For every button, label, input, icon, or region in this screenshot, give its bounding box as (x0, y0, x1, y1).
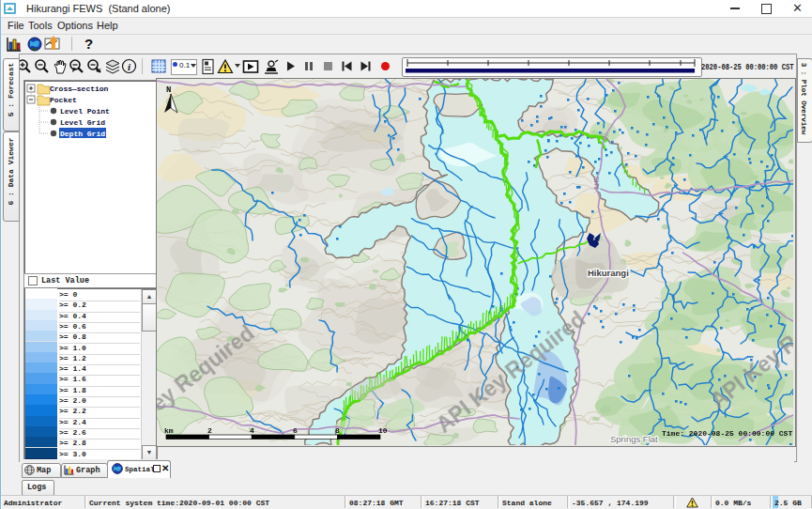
svg-text:Time: 2020-08-25 00:00:00 CST: Time: 2020-08-25 00:00:00 CST (662, 429, 792, 438)
svg-text:SH 1: SH 1 (593, 177, 600, 191)
svg-text:Hikurangi: Hikurangi (588, 268, 629, 278)
svg-text:6: 6 (293, 426, 298, 435)
svg-text:Level Point: Level Point (60, 107, 110, 116)
svg-text:Cross—section: Cross—section (50, 85, 109, 93)
svg-text:2: 2 (207, 426, 212, 435)
svg-text:8: 8 (335, 426, 340, 435)
svg-text:Level Grid: Level Grid (60, 118, 105, 127)
svg-text:km: km (164, 426, 174, 435)
svg-text:4: 4 (250, 426, 254, 435)
svg-text:Springs Flat: Springs Flat (610, 434, 658, 444)
svg-text:10: 10 (378, 426, 388, 435)
svg-text:N: N (166, 85, 171, 95)
svg-text:Depth Grid: Depth Grid (60, 130, 105, 138)
svg-text:i: i (128, 61, 131, 72)
svg-text:Pocket: Pocket (50, 96, 77, 104)
